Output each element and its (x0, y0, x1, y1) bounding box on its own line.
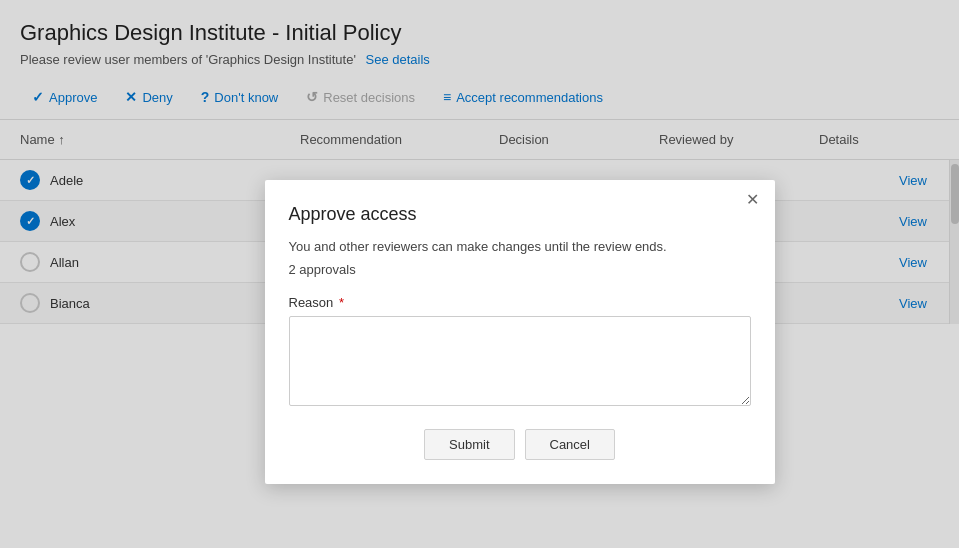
submit-button[interactable]: Submit (424, 429, 514, 460)
cancel-button[interactable]: Cancel (525, 429, 615, 460)
modal-approvals: 2 approvals (289, 262, 751, 277)
approve-access-modal: ✕ Approve access You and other reviewers… (265, 180, 775, 484)
modal-close-button[interactable]: ✕ (746, 192, 759, 208)
modal-reason-label: Reason * (289, 295, 751, 310)
modal-title: Approve access (289, 204, 751, 225)
modal-description: You and other reviewers can make changes… (289, 239, 751, 254)
modal-overlay: ✕ Approve access You and other reviewers… (0, 0, 959, 548)
reason-textarea[interactable] (289, 316, 751, 406)
page: Graphics Design Institute - Initial Poli… (0, 0, 959, 548)
required-indicator: * (339, 295, 344, 310)
modal-footer: Submit Cancel (289, 429, 751, 460)
